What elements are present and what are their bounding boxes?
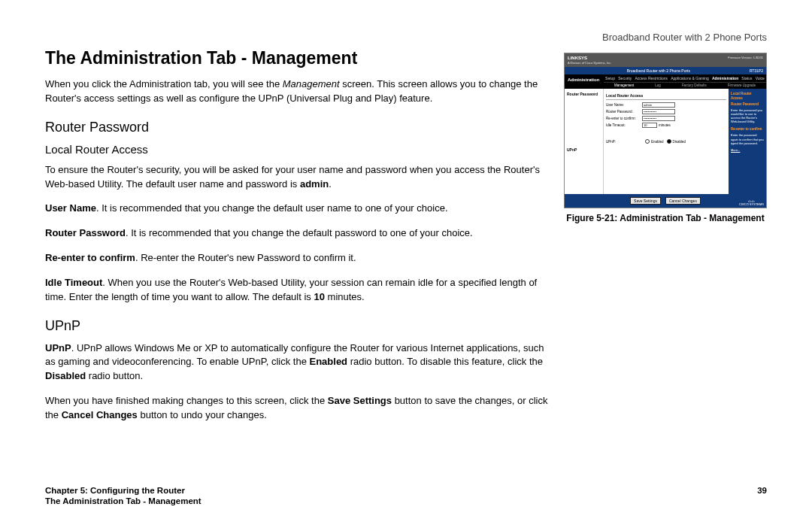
username-input[interactable]: admin [642, 102, 675, 108]
tab-setup[interactable]: Setup [605, 76, 615, 80]
idle-paragraph: Idle Timeout. When you use the Router's … [45, 276, 556, 305]
reenter-input[interactable]: •••••••••••• [642, 116, 675, 121]
brand-label: LINKSYS [568, 56, 587, 60]
tab-administration[interactable]: Administration [712, 76, 738, 80]
product-name: Broadband Router with 2 Phone Ports [602, 32, 767, 43]
reenter-paragraph: Re-enter to confirm. Re-enter the Router… [45, 251, 556, 266]
save-settings-button[interactable]: Save Settings [630, 197, 661, 205]
tab-voice[interactable]: Voice [756, 76, 765, 80]
figure-caption: Figure 5-21: Administration Tab - Manage… [564, 213, 767, 225]
router-ui-screenshot: LINKSYS A Division of Cisco Systems, Inc… [564, 53, 767, 208]
tab-security[interactable]: Security [618, 76, 632, 80]
routerpassword-paragraph: Router Password. It is recommended that … [45, 226, 556, 241]
upnp-disabled-label: Disabled [673, 140, 686, 144]
help-rp-text: Enter the password you would like to use… [731, 108, 762, 124]
help-re-heading: Re-enter to confirm [731, 127, 764, 132]
upnp-label: UPnP: [606, 140, 642, 144]
help-rp-heading: Router Password [731, 102, 764, 107]
upnp-disabled-radio[interactable] [667, 139, 671, 144]
idle-input[interactable]: 10 [642, 123, 657, 128]
tab-apps[interactable]: Applications & Gaming [671, 76, 709, 80]
tab-access[interactable]: Access Restrictions [635, 76, 668, 80]
footer-chapter: Chapter 5: Configuring the Router [45, 486, 185, 495]
figure-admin-management: LINKSYS A Division of Cisco Systems, Inc… [564, 53, 767, 225]
upnp-enabled-label: Enabled [651, 140, 664, 144]
page-footer: Chapter 5: Configuring the Router 39 The… [45, 486, 767, 505]
routerpw-label: Router Password: [606, 110, 642, 114]
idle-unit: minutes [659, 123, 671, 127]
idle-label: Idle Timeout: [606, 123, 642, 127]
cisco-logo: ılıılı CISCO SYSTEMS [739, 200, 764, 206]
routerpw-input[interactable]: •••••••••••• [642, 109, 675, 114]
upnp-enabled-radio[interactable] [645, 139, 650, 144]
upnp-paragraph: UPnP. UPnP allows Windows Me or XP to au… [45, 341, 556, 384]
help-lra-heading: Local Router Access [731, 92, 764, 101]
left-upnp: UPnP [567, 147, 601, 152]
save-paragraph: When you have finished making changes to… [45, 394, 556, 423]
subtab-factory[interactable]: Factory Defaults [682, 83, 707, 87]
subtab-firmware[interactable]: Firmware Upgrade [728, 83, 756, 87]
username-label: User Name: [606, 103, 642, 107]
footer-subtitle: The Administration Tab - Management [45, 496, 767, 505]
help-more-link[interactable]: More... [731, 148, 740, 152]
intro-paragraph: When you click the Administration tab, y… [45, 77, 556, 106]
titlebar-label: Broadband Router with 2 Phone Ports [627, 68, 690, 73]
reenter-label: Re-enter to confirm: [606, 117, 642, 120]
center-lra-heading: Local Router Access [606, 93, 726, 100]
model-label: RT31P2 [750, 68, 763, 73]
access-paragraph: To ensure the Router's security, you wil… [45, 163, 556, 192]
left-router-password: Router Password [567, 92, 601, 96]
subtab-log[interactable]: Log [655, 83, 661, 87]
help-re-text: Enter the password again to confirm that… [731, 133, 764, 144]
footer-page-number: 39 [757, 486, 767, 495]
username-paragraph: User Name. It is recommended that you ch… [45, 202, 556, 216]
firmware-label: Firmware Version: 1.30.01 [728, 56, 763, 65]
brand-sub: A Division of Cisco Systems, Inc. [568, 61, 611, 65]
subtab-management[interactable]: Management [614, 83, 634, 87]
tab-status[interactable]: Status [741, 76, 752, 80]
section-label: Administration [565, 74, 604, 89]
cancel-changes-button[interactable]: Cancel Changes [665, 197, 701, 205]
upnp-heading: UPnP [45, 318, 767, 334]
